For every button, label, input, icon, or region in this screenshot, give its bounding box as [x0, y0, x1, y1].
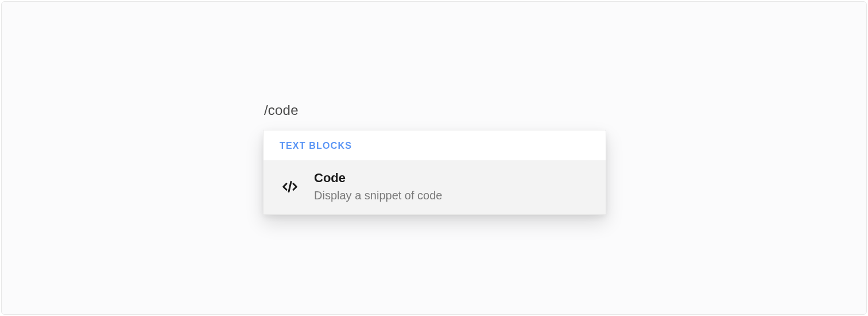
dropdown-item-code[interactable]: Code Display a snippet of code	[264, 160, 606, 214]
svg-line-0	[289, 182, 291, 192]
slash-command-input[interactable]: /code	[263, 102, 607, 118]
dropdown-item-text: Code Display a snippet of code	[314, 171, 442, 203]
code-icon	[280, 176, 300, 197]
dropdown-section-header: TEXT BLOCKS	[264, 130, 606, 160]
editor-area: /code TEXT BLOCKS Code Display a snippet…	[263, 102, 607, 215]
dropdown-item-title: Code	[314, 171, 442, 186]
editor-canvas: /code TEXT BLOCKS Code Display a snippet…	[1, 1, 867, 315]
command-dropdown: TEXT BLOCKS Code Display a snippet of co…	[263, 130, 606, 215]
dropdown-item-description: Display a snippet of code	[314, 188, 442, 203]
